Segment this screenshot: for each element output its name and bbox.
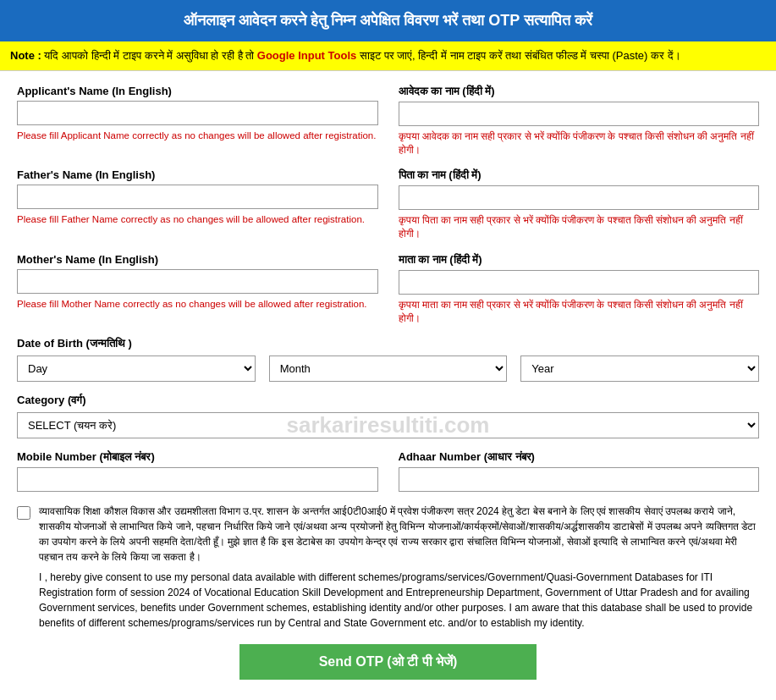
consent-checkbox[interactable] xyxy=(17,506,30,520)
mobile-adhaar-row: Mobile Number (मोबाइल नंबर) Adhaar Numbe… xyxy=(17,450,759,492)
applicant-name-row: Applicant's Name (In English) Please fil… xyxy=(17,85,759,157)
father-name-en-col: Father's Name (In English) Please fill F… xyxy=(17,168,378,240)
mother-name-en-label: Mother's Name (In English) xyxy=(17,253,378,266)
submit-button[interactable]: Send OTP (ओ टी पी भेजें) xyxy=(239,644,537,680)
adhaar-input[interactable] xyxy=(399,467,760,492)
mother-name-hi-label: माता का नाम (हिंदी में) xyxy=(399,253,760,267)
father-name-en-label: Father's Name (In English) xyxy=(17,168,378,181)
adhaar-col: Adhaar Number (आधार नंबर) xyxy=(399,450,760,492)
mother-name-row: Mother's Name (In English) Please fill M… xyxy=(17,253,759,325)
header-banner: ऑनलाइन आवेदन करने हेतु निम्न अपेक्षित वि… xyxy=(0,0,776,41)
mobile-col: Mobile Number (मोबाइल नंबर) xyxy=(17,450,378,492)
consent-english-text: I , hereby give consent to use my person… xyxy=(17,570,759,631)
dob-section: Date of Birth (जन्मतिथि ) Day 12345 6789… xyxy=(17,337,759,382)
category-select[interactable]: SELECT (चयन करे) General OBC SC ST xyxy=(17,412,759,438)
father-name-hi-label: पिता का नाम (हिंदी में) xyxy=(399,168,760,182)
dob-row: Day 12345 678910 1112131415 1617181920 2… xyxy=(17,356,759,382)
consent-row: व्यावसायिक शिक्षा कौशल विकास और उद्यमशील… xyxy=(17,504,759,565)
father-name-en-input[interactable] xyxy=(17,185,378,209)
father-name-row: Father's Name (In English) Please fill F… xyxy=(17,168,759,240)
mother-name-en-input[interactable] xyxy=(17,269,378,294)
father-name-hi-hint: कृपया पिता का नाम सही प्रकार से भरें क्य… xyxy=(399,213,760,240)
consent-section: व्यावसायिक शिक्षा कौशल विकास और उद्यमशील… xyxy=(17,504,759,631)
applicant-name-en-hint: Please fill Applicant Name correctly as … xyxy=(17,129,378,142)
dob-month-col: Month JanuaryFebruaryMarch AprilMayJune … xyxy=(269,356,508,382)
father-name-hi-input[interactable] xyxy=(399,185,760,210)
mobile-input[interactable] xyxy=(17,467,378,492)
mobile-label: Mobile Number (मोबाइल नंबर) xyxy=(17,450,378,464)
applicant-name-en-input[interactable] xyxy=(17,101,378,125)
note-prefix: यदि आपको हिन्दी में टाइप करने में असुविध… xyxy=(44,49,256,62)
mother-name-hi-col: माता का नाम (हिंदी में) कृपया माता का ना… xyxy=(399,253,760,325)
mother-name-en-hint: Please fill Mother Name correctly as no … xyxy=(17,297,378,311)
applicant-name-en-label: Applicant's Name (In English) xyxy=(17,85,378,97)
applicant-name-hi-label: आवेदक का नाम (हिंदी में) xyxy=(399,85,760,98)
dob-year-select[interactable]: Year 2010200920082007 2006200520042003 2… xyxy=(520,356,759,382)
note-label: Note : xyxy=(10,49,44,62)
form-body: Applicant's Name (In English) Please fil… xyxy=(0,71,776,700)
header-title: ऑनलाइन आवेदन करने हेतु निम्न अपेक्षित वि… xyxy=(184,12,592,29)
note-link: Google Input Tools xyxy=(257,49,356,62)
father-name-hi-col: पिता का नाम (हिंदी में) कृपया पिता का ना… xyxy=(399,168,760,240)
dob-day-select[interactable]: Day 12345 678910 1112131415 1617181920 2… xyxy=(17,356,256,382)
category-label: Category (वर्ग) xyxy=(17,394,759,407)
consent-hindi-text: व्यावसायिक शिक्षा कौशल विकास और उद्यमशील… xyxy=(39,504,759,565)
note-suffix: साइट पर जाएं, हिन्दी में नाम टाइप करें त… xyxy=(360,49,681,62)
applicant-name-hi-col: आवेदक का नाम (हिंदी में) कृपया आवेदक का … xyxy=(399,85,760,157)
applicant-name-en-col: Applicant's Name (In English) Please fil… xyxy=(17,85,378,157)
applicant-name-hi-input[interactable] xyxy=(399,102,760,126)
mother-name-hi-input[interactable] xyxy=(399,270,760,295)
note-bar: Note : यदि आपको हिन्दी में टाइप करने में… xyxy=(0,41,776,71)
main-container: ऑनलाइन आवेदन करने हेतु निम्न अपेक्षित वि… xyxy=(0,0,776,700)
dob-day-col: Day 12345 678910 1112131415 1617181920 2… xyxy=(17,356,256,382)
category-section: Category (वर्ग) SELECT (चयन करे) General… xyxy=(17,394,759,438)
father-name-en-hint: Please fill Father Name correctly as no … xyxy=(17,212,378,226)
dob-year-col: Year 2010200920082007 2006200520042003 2… xyxy=(520,356,759,382)
adhaar-label: Adhaar Number (आधार नंबर) xyxy=(399,450,760,464)
mother-name-en-col: Mother's Name (In English) Please fill M… xyxy=(17,253,378,325)
dob-month-select[interactable]: Month JanuaryFebruaryMarch AprilMayJune … xyxy=(269,356,508,382)
applicant-name-hi-hint: कृपया आवेदक का नाम सही प्रकार से भरें क्… xyxy=(399,130,760,157)
dob-label: Date of Birth (जन्मतिथि ) xyxy=(17,337,759,350)
category-wrapper: SELECT (चयन करे) General OBC SC ST sarka… xyxy=(17,412,759,438)
mother-name-hi-hint: कृपया माता का नाम सही प्रकार से भरें क्य… xyxy=(399,298,760,325)
